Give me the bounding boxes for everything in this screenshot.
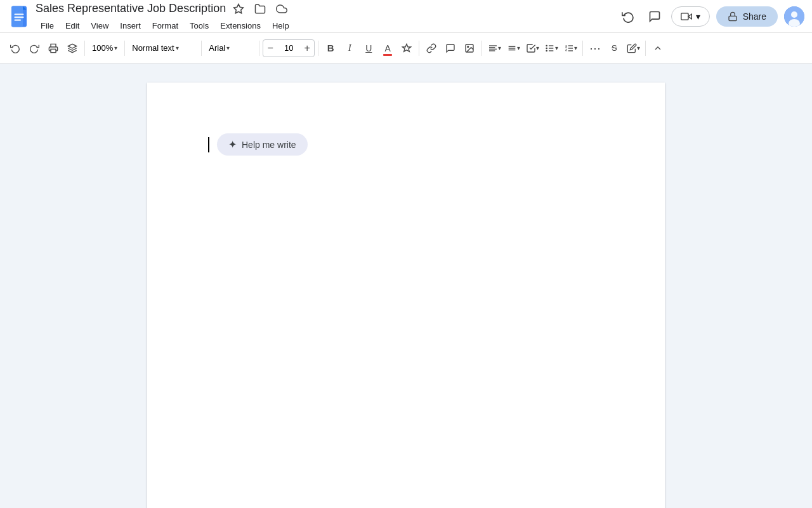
font-size-box: − + xyxy=(263,39,315,57)
menu-format[interactable]: Format xyxy=(147,19,183,32)
text-style-value: Normal text xyxy=(132,43,174,53)
star-icon[interactable] xyxy=(230,0,247,18)
svg-point-14 xyxy=(468,46,469,47)
insert-image-button[interactable] xyxy=(461,39,478,57)
strikethrough-button[interactable]: S xyxy=(605,39,623,57)
separator-8 xyxy=(582,41,583,56)
undo-button[interactable] xyxy=(6,39,24,57)
avatar[interactable] xyxy=(784,6,804,27)
spellcheck-button[interactable] xyxy=(63,39,81,57)
redo-button[interactable] xyxy=(25,39,43,57)
svg-point-27 xyxy=(546,50,547,51)
zoom-chevron: ▾ xyxy=(114,44,117,51)
checklist-button[interactable]: ▾ xyxy=(523,39,541,57)
help-me-write-button[interactable]: ✦ Help me write xyxy=(217,133,308,156)
toolbar: 100% ▾ Normal text ▾ Arial ▾ − + B I U A xyxy=(0,33,812,64)
menu-tools[interactable]: Tools xyxy=(185,19,214,32)
comment-icon[interactable] xyxy=(645,6,665,27)
title-bar: Sales Representative Job Description xyxy=(0,0,812,33)
doc-area: ✦ Help me write xyxy=(0,64,812,508)
separator-5 xyxy=(318,41,318,56)
font-size-decrease[interactable]: − xyxy=(263,39,277,57)
bullet-list-button[interactable]: ▾ xyxy=(542,39,560,57)
meet-button[interactable]: ▾ xyxy=(671,6,710,27)
print-button[interactable] xyxy=(44,39,62,57)
font-size-input[interactable] xyxy=(277,43,300,53)
add-comment-button[interactable] xyxy=(442,39,459,57)
collapse-toolbar-button[interactable] xyxy=(649,39,667,57)
numbered-list-button[interactable]: ▾ xyxy=(561,39,579,57)
title-icons xyxy=(230,0,291,18)
share-label: Share xyxy=(743,11,766,22)
svg-point-10 xyxy=(791,11,797,18)
folder-icon[interactable] xyxy=(251,0,269,18)
alignment-button[interactable]: ▾ xyxy=(485,39,503,57)
line-spacing-button[interactable]: ▾ xyxy=(504,39,522,57)
docs-icon[interactable] xyxy=(8,5,30,28)
highlight-button[interactable] xyxy=(398,39,416,57)
zoom-value: 100% xyxy=(92,43,113,53)
svg-rect-12 xyxy=(51,49,56,52)
doc-page[interactable]: ✦ Help me write xyxy=(147,83,665,508)
svg-marker-6 xyxy=(688,14,691,19)
link-button[interactable] xyxy=(422,39,440,57)
sparkle-icon: ✦ xyxy=(228,138,237,150)
bold-button[interactable]: B xyxy=(322,39,339,57)
font-size-increase[interactable]: + xyxy=(300,39,314,57)
title-right: ▾ Share xyxy=(618,6,804,27)
font-chevron: ▾ xyxy=(226,44,230,51)
cursor-line: ✦ Help me write xyxy=(208,133,604,156)
menu-bar: File Edit View Insert Format Tools Exten… xyxy=(36,19,613,32)
share-button[interactable]: Share xyxy=(716,6,778,27)
underline-button[interactable]: U xyxy=(360,39,377,57)
cloud-icon[interactable] xyxy=(273,0,291,18)
svg-rect-3 xyxy=(15,17,24,18)
svg-rect-7 xyxy=(681,13,688,20)
menu-file[interactable]: File xyxy=(36,19,59,32)
separator-1 xyxy=(84,41,85,56)
font-value: Arial xyxy=(209,43,225,53)
separator-4 xyxy=(259,41,259,56)
help-me-write-label: Help me write xyxy=(242,140,296,150)
menu-extensions[interactable]: Extensions xyxy=(215,19,266,32)
italic-button[interactable]: I xyxy=(341,39,358,57)
separator-3 xyxy=(201,41,202,56)
separator-2 xyxy=(124,41,125,56)
title-area: Sales Representative Job Description xyxy=(36,0,613,32)
editing-mode-button[interactable]: ▾ xyxy=(624,39,642,57)
menu-edit[interactable]: Edit xyxy=(60,19,84,32)
svg-point-25 xyxy=(546,45,547,46)
text-color-button[interactable]: A xyxy=(379,39,396,57)
menu-view[interactable]: View xyxy=(86,19,114,32)
text-style-chevron: ▾ xyxy=(176,44,179,51)
svg-point-26 xyxy=(546,48,547,48)
separator-9 xyxy=(645,41,646,56)
zoom-select[interactable]: 100% ▾ xyxy=(88,42,121,54)
text-style-select[interactable]: Normal text ▾ xyxy=(128,42,198,54)
meet-chevron: ▾ xyxy=(696,11,700,22)
svg-rect-4 xyxy=(15,19,22,20)
more-options-button[interactable]: ⋯ xyxy=(586,39,604,57)
svg-marker-5 xyxy=(234,4,244,13)
history-icon[interactable] xyxy=(618,6,638,27)
menu-insert[interactable]: Insert xyxy=(115,19,146,32)
doc-title[interactable]: Sales Representative Job Description xyxy=(36,1,226,16)
svg-rect-2 xyxy=(15,13,24,15)
separator-6 xyxy=(419,41,419,56)
font-select[interactable]: Arial ▾ xyxy=(205,42,256,54)
menu-help[interactable]: Help xyxy=(267,19,294,32)
svg-rect-8 xyxy=(729,16,737,20)
separator-7 xyxy=(481,41,482,56)
text-cursor xyxy=(208,137,209,152)
